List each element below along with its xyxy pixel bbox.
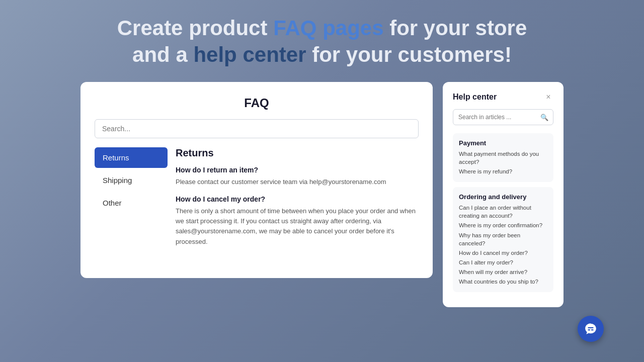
faq-sidebar: Returns Shipping Other (95, 147, 168, 255)
faq-search-input[interactable] (95, 119, 419, 138)
panels-row: FAQ Returns Shipping Other Returns How d… (80, 82, 564, 307)
search-icon: 🔍 (540, 114, 548, 121)
headline-helpcenter-highlight: help center (193, 43, 306, 66)
headline: Create product FAQ pages for your store … (117, 15, 527, 68)
chat-bubble-button[interactable] (578, 316, 604, 342)
faq-body: Returns Shipping Other Returns How do I … (95, 147, 419, 255)
help-category-payment-title: Payment (459, 139, 547, 147)
help-search-wrap: 🔍 (453, 109, 553, 125)
headline-part4: for your customers! (306, 43, 512, 66)
help-link-order-6[interactable]: When will my order arrive? (459, 268, 547, 276)
faq-content: Returns How do I return an item? Please … (176, 147, 419, 255)
help-link-payment-2[interactable]: Where is my refund? (459, 167, 547, 175)
headline-part2: for your store (384, 16, 527, 40)
help-link-order-2[interactable]: Where is my order confirmation? (459, 221, 547, 229)
help-link-payment-1[interactable]: What payment methods do you accept? (459, 150, 547, 166)
faq-question-1: How do I return an item? (176, 166, 419, 174)
help-link-order-5[interactable]: Can I alter my order? (459, 258, 547, 266)
faq-panel: FAQ Returns Shipping Other Returns How d… (80, 82, 433, 278)
help-center-title: Help center (453, 93, 497, 102)
help-category-payment: Payment What payment methods do you acce… (453, 133, 553, 182)
help-link-order-3[interactable]: Why has my order been canceled? (459, 231, 547, 247)
help-center-panel: Help center × 🔍 Payment What payment met… (443, 82, 564, 307)
headline-part3: and a (132, 43, 193, 66)
faq-sidebar-other[interactable]: Other (95, 193, 168, 213)
help-category-ordering: Ordering and delivery Can I place an ord… (453, 187, 553, 292)
headline-faq-highlight: FAQ pages (273, 16, 383, 40)
help-category-ordering-title: Ordering and delivery (459, 193, 547, 201)
headline-part1: Create product (117, 16, 273, 40)
chat-icon (584, 322, 597, 335)
help-link-order-1[interactable]: Can I place an order without creating an… (459, 204, 547, 220)
faq-title: FAQ (95, 96, 419, 110)
faq-answer-1: Please contact our customer service team… (176, 177, 419, 187)
help-link-order-4[interactable]: How do I cancel my order? (459, 249, 547, 257)
faq-question-2: How do I cancel my order? (176, 195, 419, 203)
help-search-input[interactable] (453, 109, 553, 125)
faq-section-title: Returns (176, 147, 419, 159)
faq-sidebar-returns[interactable]: Returns (95, 147, 168, 168)
faq-sidebar-shipping[interactable]: Shipping (95, 170, 168, 191)
help-close-button[interactable]: × (543, 92, 553, 102)
help-header: Help center × (453, 92, 553, 102)
faq-answer-2: There is only a short amount of time bet… (176, 206, 419, 247)
help-link-order-7[interactable]: What countries do you ship to? (459, 278, 547, 286)
